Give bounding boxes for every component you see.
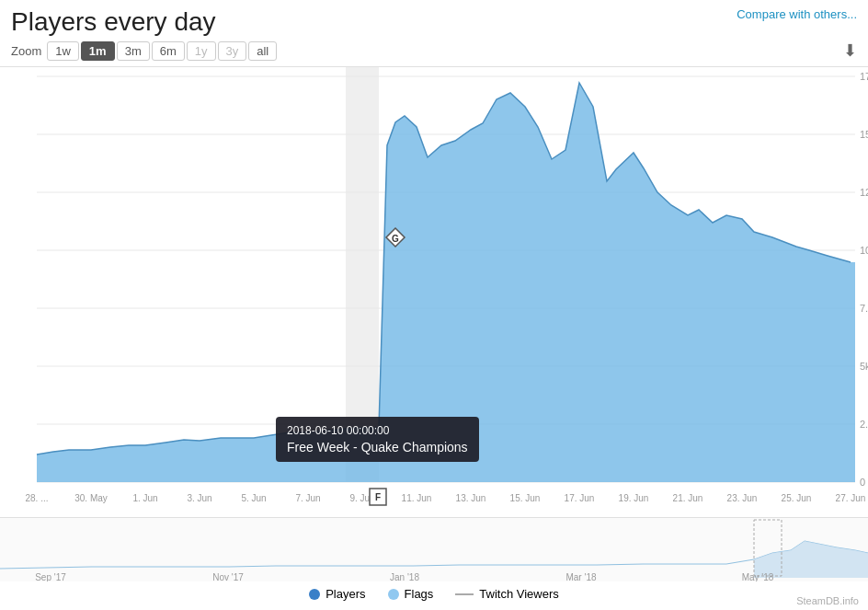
svg-text:10k: 10k xyxy=(860,245,868,256)
svg-text:5. Jun: 5. Jun xyxy=(241,493,266,503)
svg-rect-36 xyxy=(0,518,868,581)
zoom-button-1m[interactable]: 1m xyxy=(81,41,115,61)
zoom-button-3y: 3y xyxy=(218,41,247,61)
flags-dot xyxy=(388,589,399,600)
svg-text:27. Jun: 27. Jun xyxy=(836,493,866,503)
legend-twitch: Twitch Viewers xyxy=(455,587,558,601)
svg-text:Jan '18: Jan '18 xyxy=(390,572,419,581)
svg-text:23. Jun: 23. Jun xyxy=(727,493,758,503)
main-chart: 17.5k 15k 12.5k 10k 7.5k 5k 2.5k 0 28. .… xyxy=(0,66,868,517)
svg-text:3. Jun: 3. Jun xyxy=(187,493,211,503)
zoom-button-6m[interactable]: 6m xyxy=(152,41,185,61)
players-dot xyxy=(309,589,320,600)
chart-svg: 17.5k 15k 12.5k 10k 7.5k 5k 2.5k 0 28. .… xyxy=(0,67,868,517)
legend-flags: Flags xyxy=(388,587,434,601)
twitch-label: Twitch Viewers xyxy=(479,587,558,601)
svg-text:19. Jun: 19. Jun xyxy=(619,493,649,503)
svg-text:G: G xyxy=(392,234,399,244)
svg-text:0: 0 xyxy=(860,477,865,488)
zoom-bar: Zoom 1w1m3m6m1y3yall⬇ xyxy=(0,37,868,66)
svg-text:7. Jun: 7. Jun xyxy=(295,493,320,503)
svg-rect-33 xyxy=(346,67,379,482)
compare-link[interactable]: Compare with others... xyxy=(737,7,857,21)
svg-text:Sep '17: Sep '17 xyxy=(35,572,66,581)
svg-text:13. Jun: 13. Jun xyxy=(456,493,486,503)
svg-text:7.5k: 7.5k xyxy=(860,303,868,314)
chart-area-fill xyxy=(37,83,855,482)
svg-text:5k: 5k xyxy=(860,361,868,372)
page-title: Players every day xyxy=(11,7,216,37)
svg-text:28. ...: 28. ... xyxy=(25,493,48,503)
svg-text:2.5k: 2.5k xyxy=(860,419,868,430)
zoom-label: Zoom xyxy=(11,44,41,58)
svg-text:15k: 15k xyxy=(860,129,868,140)
svg-text:12.5k: 12.5k xyxy=(860,187,868,198)
svg-text:30. May: 30. May xyxy=(74,493,108,503)
svg-text:17.5k: 17.5k xyxy=(860,71,868,82)
svg-text:11. Jun: 11. Jun xyxy=(402,493,432,503)
legend-bar: Players Flags Twitch Viewers xyxy=(0,581,868,604)
twitch-line xyxy=(455,593,474,595)
zoom-button-1w[interactable]: 1w xyxy=(47,41,79,61)
svg-text:1. Jun: 1. Jun xyxy=(132,493,157,503)
svg-text:Mar '18: Mar '18 xyxy=(565,572,596,581)
svg-text:Nov '17: Nov '17 xyxy=(212,572,244,581)
steamdb-credit: SteamDB.info xyxy=(796,595,859,606)
flags-label: Flags xyxy=(405,587,434,601)
svg-text:25. Jun: 25. Jun xyxy=(782,493,812,503)
mini-chart: Sep '17 Nov '17 Jan '18 Mar '18 May '18 xyxy=(0,517,868,581)
download-button[interactable]: ⬇ xyxy=(843,40,857,61)
svg-text:17. Jun: 17. Jun xyxy=(565,493,595,503)
zoom-button-3m[interactable]: 3m xyxy=(117,41,150,61)
svg-text:F: F xyxy=(375,492,381,502)
legend-players: Players xyxy=(309,587,365,601)
zoom-button-all[interactable]: all xyxy=(248,41,277,61)
svg-text:21. Jun: 21. Jun xyxy=(673,493,703,503)
svg-text:15. Jun: 15. Jun xyxy=(510,493,541,503)
players-label: Players xyxy=(326,587,365,601)
svg-text:May '18: May '18 xyxy=(742,572,774,581)
zoom-button-1y: 1y xyxy=(187,41,216,61)
mini-chart-svg: Sep '17 Nov '17 Jan '18 Mar '18 May '18 xyxy=(0,518,868,581)
